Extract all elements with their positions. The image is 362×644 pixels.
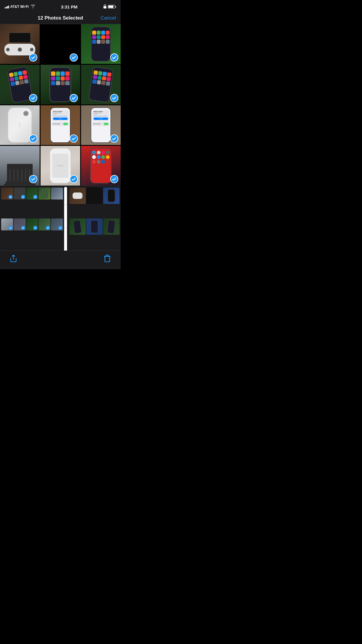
thumb-10[interactable] (51, 218, 63, 230)
bottom-toolbar (0, 251, 121, 269)
delete-button[interactable] (103, 254, 111, 263)
photo-cell-3[interactable] (81, 24, 121, 64)
thumb-4[interactable] (38, 188, 50, 200)
thumb-7[interactable] (14, 218, 26, 230)
thumb-check-8 (33, 226, 37, 230)
thumb-8[interactable] (26, 218, 38, 230)
status-bar: AT&T Wi-Fi 3:31 PM (0, 0, 121, 13)
thumb-check-1 (8, 195, 13, 199)
cancel-button[interactable]: Cancel (99, 15, 116, 21)
photo-cell-6[interactable] (81, 65, 121, 104)
thumb-check-9 (46, 226, 50, 230)
thumb-check-10 (58, 226, 62, 230)
svg-rect-0 (103, 6, 106, 8)
carrier-info: AT&T Wi-Fi (5, 5, 35, 9)
selection-check-9 (110, 134, 118, 143)
photo-cell-7[interactable]:  (0, 105, 40, 145)
selection-check-7 (29, 134, 37, 143)
photo-cell-2[interactable] (41, 24, 80, 64)
selection-check-8 (70, 134, 78, 143)
right-thumb-1[interactable] (69, 188, 86, 204)
thumb-check-2 (21, 195, 25, 199)
right-thumb-6[interactable] (103, 218, 120, 235)
thumb-3[interactable] (26, 188, 38, 200)
bottom-content: Copy Photos Add to Shared Album (0, 186, 121, 251)
right-thumbnail-strip (68, 186, 121, 251)
thumb-5[interactable] (51, 188, 63, 200)
copy-photos-button[interactable]: Copy Photos (64, 187, 67, 205)
selection-check-1 (29, 53, 37, 62)
thumbnail-strip (0, 186, 64, 251)
carrier-label: AT&T Wi-Fi (10, 5, 29, 9)
photo-cell-9[interactable]: Software Update iOS 13 Public beta 3 3.1… (81, 105, 121, 145)
photo-cell-5[interactable] (41, 65, 80, 104)
thumb-6[interactable] (1, 218, 13, 230)
thumb-check-7 (21, 226, 25, 230)
battery-area (103, 4, 116, 9)
signal-icon (5, 5, 9, 8)
bottom-panel: Copy Photos Add to Shared Album (0, 186, 121, 251)
wifi-icon (31, 5, 35, 9)
selection-check-5 (70, 94, 78, 102)
add-to-shared-album-button[interactable]: Add to Shared Album (64, 205, 67, 228)
right-thumb-4[interactable] (69, 218, 86, 235)
right-thumb-3[interactable] (103, 188, 120, 204)
lock-icon (103, 4, 107, 9)
status-time: 3:31 PM (61, 4, 78, 9)
thumb-2[interactable] (14, 188, 26, 200)
selection-check-6 (110, 94, 118, 102)
selection-check-3 (110, 53, 118, 62)
photo-grid:  Software Update iOS 13 Public beta 3 3… (0, 24, 121, 186)
selection-check-4 (29, 94, 37, 102)
photo-cell-11[interactable]: Settings (41, 146, 80, 186)
photo-cell-4[interactable] (0, 65, 40, 104)
photo-cell-10[interactable] (0, 146, 40, 186)
nav-bar: 12 Photos Selected Cancel (0, 13, 121, 24)
thumb-1[interactable] (1, 188, 13, 200)
selection-check-12 (110, 175, 118, 183)
selection-check-2 (70, 53, 78, 62)
selection-check-10 (29, 175, 37, 183)
thumb-9[interactable] (38, 218, 50, 230)
photo-cell-8[interactable]: Software Update iOS 13 Public beta 3 3.1… (41, 105, 80, 145)
page-title: 12 Photos Selected (22, 15, 99, 21)
right-thumb-2[interactable] (86, 188, 103, 204)
photo-cell-1[interactable] (0, 24, 40, 64)
battery-icon (108, 5, 116, 8)
thumb-check-6 (8, 226, 13, 230)
thumb-check-3 (33, 195, 37, 199)
right-thumb-5[interactable] (86, 218, 103, 235)
add-to-album-button[interactable]: Add to Album (64, 228, 67, 251)
selection-check-11 (70, 175, 78, 183)
share-button[interactable] (9, 254, 17, 263)
photo-cell-12[interactable]: 📹 (81, 146, 121, 186)
actions-menu: Copy Photos Add to Shared Album (64, 187, 67, 251)
